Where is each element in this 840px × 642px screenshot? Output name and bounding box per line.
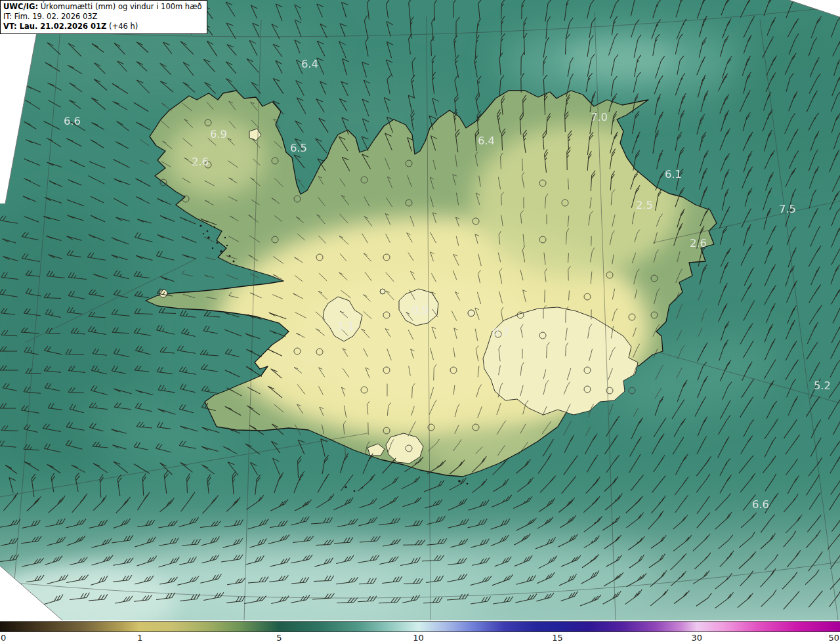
colorbar: 01510153050: [0, 620, 840, 642]
title-line-valid: VT: Lau. 21.02.2026 01Z (+46 h): [3, 22, 202, 32]
map-value-label: 6.4: [301, 58, 318, 70]
map-value-label: 1.1: [337, 320, 354, 333]
colorbar-gradient: [0, 621, 840, 632]
colorbar-tick: 1: [137, 633, 142, 642]
colorbar-tick: 30: [691, 633, 702, 642]
colorbar-tick-labels: 01510153050: [0, 633, 840, 642]
map-value-label: 6.4: [478, 135, 495, 147]
map-canvas: 6.46.66.96.52.66.47.06.12.57.52.60.91.10…: [0, 0, 840, 620]
map-value-label: 2.5: [636, 199, 653, 211]
colorbar-tick: 5: [276, 633, 282, 642]
map-value-label: 0.7: [492, 326, 509, 338]
map-value-label: 0.9: [411, 304, 429, 316]
map-value-label: 6.6: [64, 115, 81, 127]
colorbar-tick: 50: [828, 633, 839, 642]
map-value-label: 2.6: [690, 237, 707, 249]
map-value-label: 2.6: [192, 156, 209, 168]
map-value-label: 7.5: [779, 203, 796, 215]
map-value-label: 7.0: [591, 111, 608, 123]
map-value-label: 6.6: [752, 498, 769, 511]
wind-barb: [545, 290, 545, 303]
colorbar-tick: 0: [1, 633, 6, 642]
title-line-model: UWC/IG: Úrkomumætti (mm) og vindur i 100…: [3, 2, 202, 12]
map-value-label: 6.1: [665, 168, 682, 181]
title-box: UWC/IG: Úrkomumætti (mm) og vindur i 100…: [0, 0, 207, 34]
weather-map-page: 6.46.66.96.52.66.47.06.12.57.52.60.91.10…: [0, 0, 840, 642]
colorbar-tick: 10: [413, 633, 424, 642]
map-value-label: 6.9: [210, 128, 227, 140]
title-line-init: IT: Fim. 19. 02. 2026 03Z: [3, 12, 202, 22]
colorbar-tick: 15: [552, 633, 563, 642]
map-value-label: 5.2: [814, 379, 831, 392]
map-value-label: 6.5: [290, 142, 307, 154]
